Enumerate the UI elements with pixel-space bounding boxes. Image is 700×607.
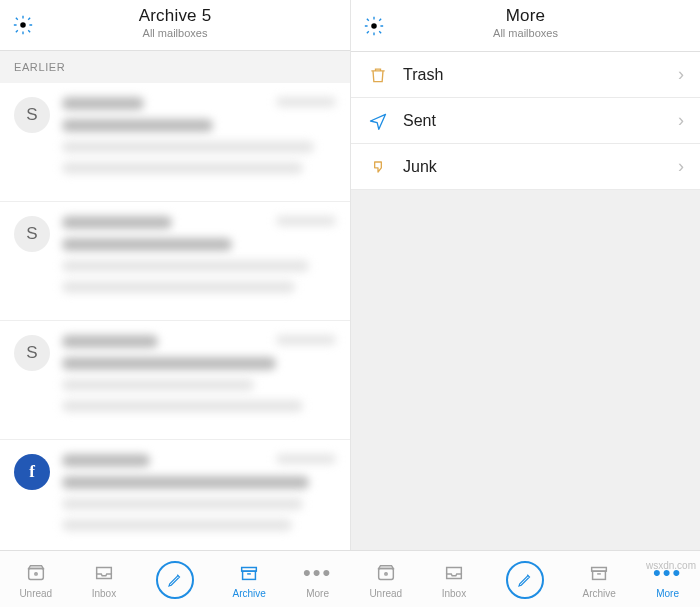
compose-button[interactable] — [156, 559, 194, 599]
folder-label: Trash — [403, 66, 664, 84]
avatar: S — [14, 335, 50, 371]
message-body — [62, 335, 336, 421]
tab-more[interactable]: ••• More — [305, 560, 331, 599]
inbox-icon — [91, 560, 117, 586]
svg-rect-5 — [243, 571, 256, 579]
folder-junk[interactable]: Junk › — [351, 144, 700, 190]
header-subtitle-right: All mailboxes — [351, 27, 700, 39]
toolbar-left: Unread Inbox Archive ••• More — [0, 551, 350, 607]
tab-inbox[interactable]: Inbox — [91, 560, 117, 599]
unread-icon — [373, 560, 399, 586]
archive-icon — [236, 560, 262, 586]
svg-rect-6 — [378, 568, 393, 579]
tab-label: Unread — [19, 588, 52, 599]
folder-trash[interactable]: Trash › — [351, 52, 700, 98]
header-title-left: Archive 5 — [0, 6, 350, 26]
tab-label: Inbox — [442, 588, 466, 599]
message-row[interactable]: S — [0, 202, 350, 321]
trash-icon — [367, 64, 389, 86]
tab-label: Archive — [232, 588, 265, 599]
folder-label: Sent — [403, 112, 664, 130]
compose-icon — [156, 561, 194, 599]
tab-label: Archive — [582, 588, 615, 599]
tab-archive[interactable]: Archive — [582, 560, 615, 599]
svg-point-1 — [371, 23, 377, 29]
svg-rect-2 — [28, 568, 43, 579]
tab-inbox[interactable]: Inbox — [441, 560, 467, 599]
avatar: S — [14, 97, 50, 133]
panel-archive: Archive 5 All mailboxes EARLIER S S — [0, 0, 350, 550]
folder-sent[interactable]: Sent › — [351, 98, 700, 144]
watermark: wsxdn.com — [646, 560, 696, 571]
svg-point-7 — [385, 572, 387, 574]
message-body — [62, 216, 336, 302]
message-row[interactable]: f — [0, 440, 350, 550]
toolbar: Unread Inbox Archive ••• More Unread Inb… — [0, 550, 700, 607]
header-right: More All mailboxes — [351, 0, 700, 52]
message-body — [62, 454, 336, 540]
junk-icon — [367, 156, 389, 178]
unread-icon — [23, 560, 49, 586]
avatar: S — [14, 216, 50, 252]
message-row[interactable]: S — [0, 321, 350, 440]
header-left: Archive 5 All mailboxes — [0, 0, 350, 51]
message-list: EARLIER S S — [0, 51, 350, 550]
header-title-right: More — [351, 6, 700, 26]
panel-more: More All mailboxes Trash › Sent › — [350, 0, 700, 550]
tab-unread[interactable]: Unread — [369, 560, 402, 599]
inbox-icon — [441, 560, 467, 586]
svg-rect-9 — [593, 571, 606, 579]
tab-label: Unread — [369, 588, 402, 599]
message-row[interactable]: S — [0, 83, 350, 202]
settings-gear-icon[interactable] — [361, 13, 387, 39]
message-body — [62, 97, 336, 183]
tab-label: Inbox — [92, 588, 116, 599]
chevron-right-icon: › — [678, 156, 684, 177]
folder-list: Trash › Sent › Junk › — [351, 52, 700, 550]
svg-point-3 — [35, 572, 37, 574]
sent-icon — [367, 110, 389, 132]
archive-icon — [586, 560, 612, 586]
tab-label: More — [306, 588, 329, 599]
more-icon: ••• — [305, 560, 331, 586]
tab-unread[interactable]: Unread — [19, 560, 52, 599]
chevron-right-icon: › — [678, 110, 684, 131]
header-subtitle-left: All mailboxes — [0, 27, 350, 39]
compose-icon — [506, 561, 544, 599]
tab-label: More — [656, 588, 679, 599]
folder-label: Junk — [403, 158, 664, 176]
svg-point-0 — [20, 22, 26, 28]
tab-archive[interactable]: Archive — [232, 560, 265, 599]
compose-button[interactable] — [506, 559, 544, 599]
chevron-right-icon: › — [678, 64, 684, 85]
avatar: f — [14, 454, 50, 490]
section-header-earlier: EARLIER — [0, 51, 350, 83]
settings-gear-icon[interactable] — [10, 12, 36, 38]
